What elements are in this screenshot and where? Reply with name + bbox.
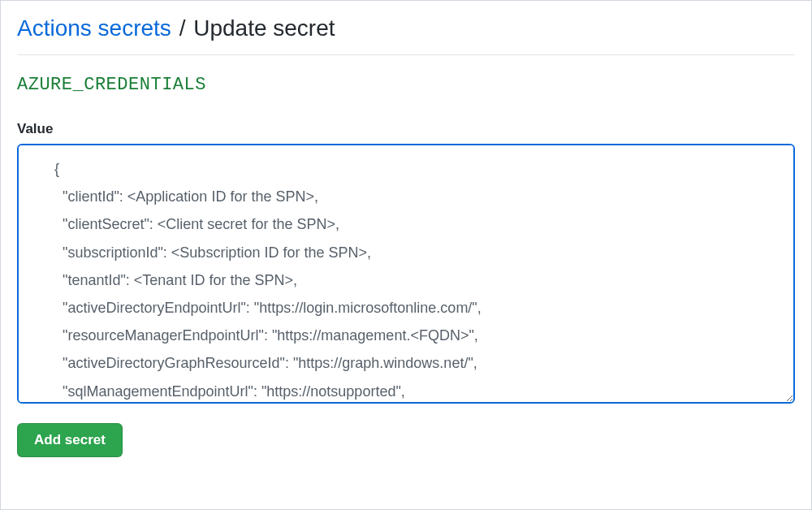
breadcrumb: Actions secrets / Update secret (17, 15, 795, 55)
secret-value-textarea[interactable] (17, 144, 795, 404)
value-label: Value (17, 121, 795, 137)
breadcrumb-root-link[interactable]: Actions secrets (17, 15, 171, 41)
breadcrumb-current: Update secret (193, 15, 335, 41)
secret-name-heading: AZURE_CREDENTIALS (17, 75, 795, 95)
breadcrumb-separator: / (179, 15, 192, 41)
add-secret-button[interactable]: Add secret (17, 423, 123, 457)
value-field-wrapper (17, 144, 795, 407)
page-container: Actions secrets / Update secret AZURE_CR… (1, 1, 811, 472)
